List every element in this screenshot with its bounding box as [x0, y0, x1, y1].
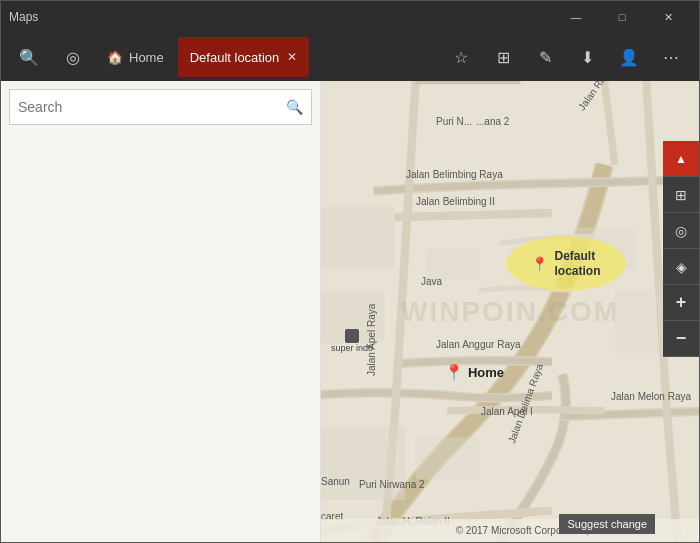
- street-label-delima-raya: Jalan Delima Raya: [506, 362, 545, 445]
- window-controls: — □ ✕: [553, 1, 691, 33]
- favorite-button[interactable]: ◎: [53, 37, 93, 77]
- default-location-text: Defaultlocation: [554, 249, 600, 278]
- svg-rect-1: [321, 207, 394, 270]
- search-toolbar-button[interactable]: 🔍: [9, 37, 49, 77]
- street-label-belimbing-ii: Jalan Belimbing II: [416, 196, 495, 207]
- street-label-puri-top2: ...ana 2: [476, 116, 509, 127]
- search-icon: 🔍: [286, 99, 303, 115]
- layers-map-button[interactable]: ◈: [663, 249, 699, 285]
- app-title: Maps: [9, 10, 38, 24]
- home-pin-icon: 📍: [444, 363, 464, 382]
- close-button[interactable]: ✕: [645, 1, 691, 33]
- street-label-puri-top: Puri N...: [436, 116, 472, 127]
- north-button[interactable]: ▲: [663, 141, 699, 177]
- street-label-puri-nirwana: Puri Nirwana 2: [359, 479, 425, 490]
- grid-button[interactable]: ⊞: [663, 177, 699, 213]
- map-controls: ▲ ⊞ ◎ ◈ + −: [663, 141, 699, 357]
- home-label: Home: [468, 365, 504, 380]
- pen-icon: ✎: [539, 48, 552, 67]
- toolbar: 🔍 ◎ 🏠 Home Default location ✕ ☆ ⊞ ✎ ⬇: [1, 33, 699, 81]
- pen-button[interactable]: ✎: [525, 37, 565, 77]
- svg-rect-0: [321, 81, 699, 542]
- search-panel: 🔍: [1, 81, 321, 542]
- street-label-anggur-raya: Jalan Anggur Raya: [436, 339, 521, 350]
- search-box[interactable]: 🔍: [9, 89, 312, 125]
- north-icon: ▲: [675, 152, 687, 166]
- close-tab-icon[interactable]: ✕: [287, 50, 297, 64]
- home-label: Home: [129, 50, 164, 65]
- svg-rect-3: [426, 249, 478, 280]
- minus-icon: −: [676, 328, 687, 349]
- home-button[interactable]: 🏠 Home: [97, 37, 174, 77]
- minimize-button[interactable]: —: [553, 1, 599, 33]
- label-sanun: Sanun: [321, 476, 350, 487]
- super-indo-label: super indo: [331, 343, 373, 353]
- street-label-belimbing-raya: Jalan Belimbing Raya: [406, 169, 503, 180]
- favorite-icon: ◎: [66, 48, 80, 67]
- street-label-melon-raya: Jalan Melon Raya: [611, 391, 691, 402]
- user-button[interactable]: 👤: [609, 37, 649, 77]
- street-label-java: Java: [421, 276, 442, 287]
- search-input[interactable]: [18, 99, 286, 115]
- bottom-bar: Suggest change © 2017 Microsoft Corporat…: [321, 519, 699, 542]
- watermark: WINPOIN.COM: [401, 296, 619, 328]
- default-location-bubble: 📍 Defaultlocation: [506, 236, 626, 291]
- super-indo-marker: super indo: [331, 329, 373, 353]
- location-button[interactable]: ◎: [663, 213, 699, 249]
- default-location-marker: 📍 Defaultlocation: [506, 236, 626, 291]
- roads-svg: [321, 81, 699, 542]
- layers-button[interactable]: ⊞: [483, 37, 523, 77]
- app-window: Maps — □ ✕ 🔍 ◎ 🏠 Home Default location ✕…: [0, 0, 700, 543]
- more-icon: ⋯: [663, 48, 679, 67]
- download-button[interactable]: ⬇: [567, 37, 607, 77]
- layers-icon: ⊞: [497, 48, 510, 67]
- star-button[interactable]: ☆: [441, 37, 481, 77]
- layers-map-icon: ◈: [676, 259, 687, 275]
- star-icon: ☆: [454, 48, 468, 67]
- more-button[interactable]: ⋯: [651, 37, 691, 77]
- map-area[interactable]: WINPOIN.COM Jalan Belimbing Raya Jalan B…: [321, 81, 699, 542]
- toolbar-right: ☆ ⊞ ✎ ⬇ 👤 ⋯: [441, 37, 691, 77]
- default-location-pin-icon: 📍: [531, 256, 548, 272]
- user-icon: 👤: [619, 48, 639, 67]
- home-icon: 🏠: [107, 50, 123, 65]
- search-toolbar-icon: 🔍: [19, 48, 39, 67]
- home-marker: 📍 Home: [444, 363, 504, 382]
- title-bar: Maps — □ ✕: [1, 1, 699, 33]
- default-location-tab-label: Default location: [190, 50, 280, 65]
- svg-rect-6: [321, 427, 405, 500]
- street-label-top-right: Jalan Raya: [576, 81, 614, 112]
- main-area: 🔍: [1, 81, 699, 542]
- maximize-button[interactable]: □: [599, 1, 645, 33]
- default-location-tab[interactable]: Default location ✕: [178, 37, 310, 77]
- svg-rect-7: [416, 437, 479, 479]
- suggest-change-button[interactable]: Suggest change: [559, 514, 655, 534]
- plus-icon: +: [676, 292, 687, 313]
- location-icon: ◎: [675, 223, 687, 239]
- super-indo-icon: [345, 329, 359, 343]
- zoom-out-button[interactable]: −: [663, 321, 699, 357]
- grid-icon: ⊞: [675, 187, 687, 203]
- download-icon: ⬇: [581, 48, 594, 67]
- zoom-in-button[interactable]: +: [663, 285, 699, 321]
- street-label-apel-i: Jalan Apel I: [481, 406, 533, 417]
